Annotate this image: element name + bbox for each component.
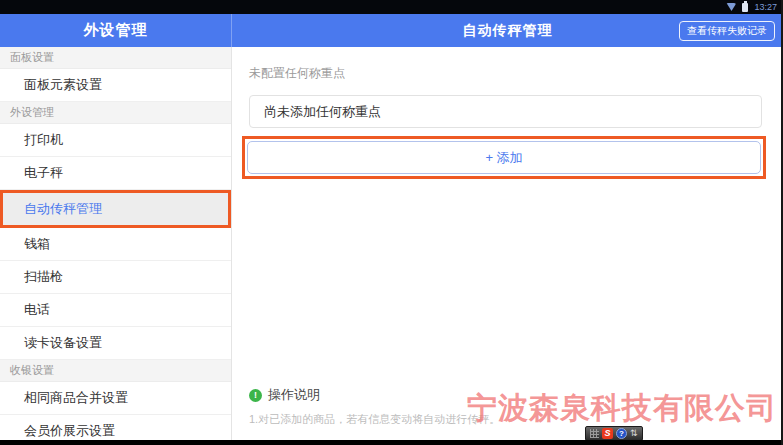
sidebar-item-phone[interactable]: 电话 xyxy=(0,294,231,327)
sidebar-section-cashier-settings: 收银设置 xyxy=(0,360,231,382)
help-question-icon[interactable]: ? xyxy=(616,428,627,439)
app-header: 外设管理 自动传秤管理 查看传秤失败记录 xyxy=(0,14,783,47)
main-panel: 未配置任何称重点 尚未添加任何称重点 + 添加 ! 操作说明 1.对已添加的商品… xyxy=(232,47,783,445)
ime-toolbar[interactable]: S ? ⇅ xyxy=(585,426,643,441)
instructions-title: 操作说明 xyxy=(268,386,320,404)
add-button[interactable]: + 添加 xyxy=(247,141,761,174)
sidebar-item-electronic-scale[interactable]: 电子秤 xyxy=(0,157,231,190)
main-header: 自动传秤管理 查看传秤失败记录 xyxy=(232,14,783,47)
sidebar-item-panel-elements[interactable]: 面板元素设置 xyxy=(0,69,231,102)
sidebar-item-auto-weighing[interactable]: 自动传秤管理 xyxy=(0,190,231,228)
sidebar-section-panel-settings: 面板设置 xyxy=(0,47,231,69)
battery-icon xyxy=(742,3,748,12)
status-bar: 13:27 xyxy=(0,0,783,14)
sidebar-section-peripherals: 外设管理 xyxy=(0,102,231,124)
sidebar-item-cash-box[interactable]: 钱箱 xyxy=(0,228,231,261)
empty-state-box: 尚未添加任何称重点 xyxy=(249,95,762,128)
add-button-highlight: + 添加 xyxy=(242,136,766,179)
instructions-line: 1.对已添加的商品，若有信息变动将自动进行传秤。 xyxy=(249,412,500,427)
keyboard-grid-icon[interactable] xyxy=(590,429,599,438)
page-title: 自动传秤管理 xyxy=(463,22,553,40)
status-time: 13:27 xyxy=(754,3,777,12)
sidebar-item-merge-same-goods[interactable]: 相同商品合并设置 xyxy=(0,382,231,415)
view-fail-records-button[interactable]: 查看传秤失败记录 xyxy=(679,21,775,41)
body: 面板设置 面板元素设置 外设管理 打印机 电子秤 自动传秤管理 钱箱 扫描枪 电… xyxy=(0,47,783,445)
sidebar-item-scanner-gun[interactable]: 扫描枪 xyxy=(0,261,231,294)
instructions-block: ! 操作说明 1.对已添加的商品，若有信息变动将自动进行传秤。 xyxy=(249,386,500,427)
app-screen: 13:27 外设管理 自动传秤管理 查看传秤失败记录 面板设置 面板元素设置 外… xyxy=(0,0,783,445)
collapse-arrows-icon[interactable]: ⇅ xyxy=(630,429,638,438)
wifi-icon xyxy=(726,3,736,11)
sidebar-nav: 面板设置 面板元素设置 外设管理 打印机 电子秤 自动传秤管理 钱箱 扫描枪 电… xyxy=(0,47,232,445)
sogou-s-icon[interactable]: S xyxy=(602,428,613,439)
bottom-bezel xyxy=(0,440,783,445)
green-info-icon: ! xyxy=(249,389,262,402)
empty-state-label: 未配置任何称重点 xyxy=(249,65,762,82)
sidebar-item-card-reader[interactable]: 读卡设备设置 xyxy=(0,327,231,360)
sidebar-item-printer[interactable]: 打印机 xyxy=(0,124,231,157)
sidebar-title: 外设管理 xyxy=(84,21,148,40)
sidebar-header: 外设管理 xyxy=(0,14,232,47)
